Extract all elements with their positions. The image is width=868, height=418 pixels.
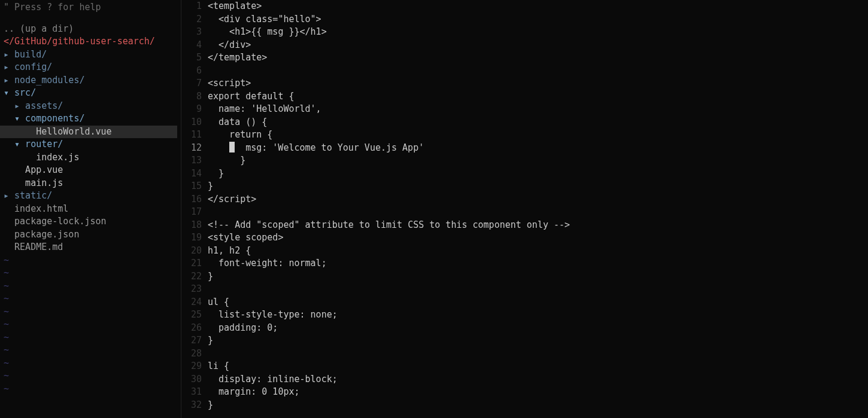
code-text: <div class="hello">	[208, 13, 868, 26]
empty-line-tilde: ~	[4, 331, 181, 344]
up-dir[interactable]: .. (up a dir)	[4, 23, 181, 36]
code-line[interactable]: 18<!-- Add "scoped" attribute to limit C…	[181, 219, 868, 232]
empty-line-tilde: ~	[4, 383, 181, 396]
line-number: 5	[181, 51, 208, 65]
code-text: </div>	[208, 39, 868, 52]
code-line[interactable]: 12 msg: 'Welcome to Your Vue.js App'	[181, 142, 868, 155]
code-line[interactable]: 27}	[181, 334, 868, 347]
code-line[interactable]: 28	[181, 347, 868, 361]
code-line[interactable]: 20h1, h2 {	[181, 245, 868, 258]
code-line[interactable]: 13 }	[181, 154, 868, 167]
tree-item-router[interactable]: ▾ router/	[4, 138, 181, 151]
file-tree: ▸ build/▸ config/▸ node_modules/▾ src/ ▸…	[4, 48, 181, 254]
code-text: }	[208, 399, 868, 412]
code-text	[208, 65, 868, 78]
code-text: font-weight: normal;	[208, 257, 868, 270]
code-line[interactable]: 16</script>	[181, 193, 868, 206]
code-line[interactable]: 4 </div>	[181, 39, 868, 52]
tree-item-package-lockjson[interactable]: package-lock.json	[4, 215, 181, 228]
line-number: 11	[181, 129, 208, 142]
code-line[interactable]: 11 return {	[181, 129, 868, 142]
code-line[interactable]: 21 font-weight: normal;	[181, 257, 868, 270]
line-number: 15	[181, 180, 208, 193]
code-text: <style scoped>	[208, 231, 868, 245]
code-line[interactable]: 2 <div class="hello">	[181, 13, 868, 26]
line-number: 12	[181, 142, 208, 155]
line-number: 24	[181, 296, 208, 309]
empty-line-tilde: ~	[4, 292, 181, 306]
help-hint: " Press ? for help	[4, 0, 181, 23]
code-text: data () {	[208, 116, 868, 129]
tree-item-config[interactable]: ▸ config/	[4, 61, 181, 74]
line-number: 32	[181, 399, 208, 412]
tree-item-appvue[interactable]: App.vue	[4, 164, 181, 177]
empty-line-tilde: ~	[4, 254, 181, 267]
code-text: display: inline-block;	[208, 373, 868, 386]
code-line[interactable]: 30 display: inline-block;	[181, 373, 868, 386]
line-number: 18	[181, 219, 208, 232]
code-line[interactable]: 14 }	[181, 167, 868, 181]
tree-item-assets[interactable]: ▸ assets/	[4, 100, 181, 113]
line-number: 17	[181, 206, 208, 219]
code-line[interactable]: 23	[181, 283, 868, 296]
code-line[interactable]: 6	[181, 65, 868, 78]
tree-item-mainjs[interactable]: main.js	[4, 177, 181, 190]
tree-item-node_modules[interactable]: ▸ node_modules/	[4, 74, 181, 87]
line-number: 13	[181, 154, 208, 167]
code-line[interactable]: 10 data () {	[181, 116, 868, 129]
code-line[interactable]: 19<style scoped>	[181, 231, 868, 245]
cursor	[229, 142, 235, 152]
tree-item-indexhtml[interactable]: index.html	[4, 203, 181, 216]
code-line[interactable]: 15}	[181, 180, 868, 193]
code-line[interactable]: 5</template>	[181, 51, 868, 65]
code-line[interactable]: 31 margin: 0 10px;	[181, 386, 868, 399]
code-line[interactable]: 17	[181, 206, 868, 219]
line-number: 16	[181, 193, 208, 206]
tree-item-readmemd[interactable]: README.md	[4, 241, 181, 254]
line-number: 26	[181, 322, 208, 335]
code-line[interactable]: 7<script>	[181, 77, 868, 90]
code-line[interactable]: 25 list-style-type: none;	[181, 309, 868, 322]
line-number: 7	[181, 77, 208, 90]
code-line[interactable]: 24ul {	[181, 296, 868, 309]
line-number: 28	[181, 347, 208, 361]
tree-item-src[interactable]: ▾ src/	[4, 87, 181, 100]
line-number: 30	[181, 373, 208, 386]
empty-line-tilde: ~	[4, 306, 181, 319]
code-line[interactable]: 22}	[181, 270, 868, 283]
code-text	[208, 206, 868, 219]
empty-line-tilde: ~	[4, 280, 181, 293]
empty-line-tilde: ~	[4, 267, 181, 280]
code-line[interactable]: 32}	[181, 399, 868, 412]
editor-pane[interactable]: 1<template>2 <div class="hello">3 <h1>{{…	[181, 0, 868, 418]
code-line[interactable]: 8export default {	[181, 90, 868, 103]
line-number: 31	[181, 386, 208, 399]
line-number: 8	[181, 90, 208, 103]
tree-item-static[interactable]: ▸ static/	[4, 190, 181, 203]
code-line[interactable]: 3 <h1>{{ msg }}</h1>	[181, 26, 868, 39]
tree-item-helloworldvue[interactable]: HelloWorld.vue	[0, 126, 177, 139]
code-line[interactable]: 9 name: 'HelloWorld',	[181, 103, 868, 116]
code-text: }	[208, 154, 868, 167]
tree-item-components[interactable]: ▾ components/	[4, 112, 181, 126]
line-number: 27	[181, 334, 208, 347]
code-text: </template>	[208, 51, 868, 65]
empty-line-tilde: ~	[4, 370, 181, 383]
code-line[interactable]: 29li {	[181, 360, 868, 373]
code-text	[208, 347, 868, 361]
line-number: 21	[181, 257, 208, 270]
tree-item-indexjs[interactable]: index.js	[4, 151, 181, 164]
line-number: 22	[181, 270, 208, 283]
code-text: <h1>{{ msg }}</h1>	[208, 26, 868, 39]
line-number: 19	[181, 231, 208, 245]
code-text: list-style-type: none;	[208, 309, 868, 322]
code-line[interactable]: 26 padding: 0;	[181, 322, 868, 335]
code-text: margin: 0 10px;	[208, 386, 868, 399]
line-number: 6	[181, 65, 208, 78]
tree-item-build[interactable]: ▸ build/	[4, 48, 181, 62]
code-line[interactable]: 1<template>	[181, 0, 868, 13]
tree-item-packagejson[interactable]: package.json	[4, 228, 181, 242]
code-text: }	[208, 180, 868, 193]
line-number: 25	[181, 309, 208, 322]
code-text: </script>	[208, 193, 868, 206]
